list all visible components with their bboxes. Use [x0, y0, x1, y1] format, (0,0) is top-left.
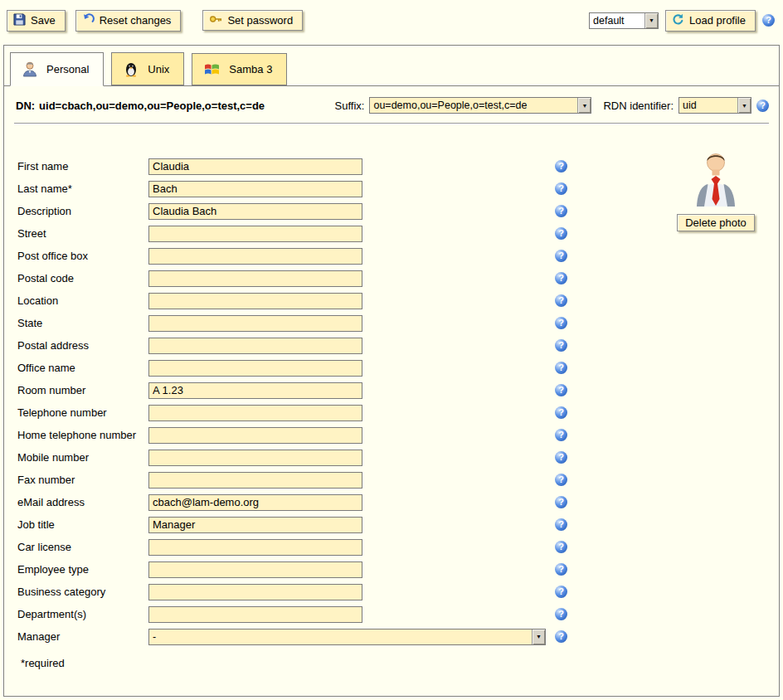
help-icon[interactable]: ?: [555, 227, 567, 240]
field-label: Last name*: [17, 182, 148, 195]
field-control: [148, 539, 555, 556]
field-select[interactable]: - ▼: [148, 629, 546, 645]
field-control: [148, 248, 555, 265]
help-icon[interactable]: ?: [555, 294, 567, 307]
tab-unix[interactable]: Unix: [111, 52, 184, 85]
floppy-icon: [13, 13, 26, 28]
reset-changes-button[interactable]: Reset changes: [75, 10, 182, 32]
help-icon[interactable]: ?: [555, 205, 567, 217]
help-icon[interactable]: ?: [555, 451, 567, 464]
field-label: Street: [17, 227, 148, 240]
field-control: [148, 561, 555, 578]
field-label: Home telephone number: [17, 429, 148, 441]
help-icon[interactable]: ?: [555, 160, 567, 173]
field-input[interactable]: [148, 427, 362, 444]
help-icon[interactable]: ?: [555, 182, 567, 195]
field-input[interactable]: [148, 539, 362, 556]
help-icon[interactable]: ?: [555, 608, 567, 620]
field-input[interactable]: [148, 517, 362, 533]
field-control: [148, 181, 555, 197]
field-input[interactable]: [148, 181, 362, 197]
profile-select[interactable]: default ▼: [589, 12, 659, 29]
form-row: Job title ?: [17, 516, 779, 533]
windows-icon: [203, 61, 221, 77]
form-row: Room number ?: [17, 382, 779, 399]
help-icon[interactable]: ?: [555, 586, 567, 598]
field-input[interactable]: [148, 203, 362, 220]
field-label: State: [17, 317, 148, 329]
delete-photo-button[interactable]: Delete photo: [677, 214, 755, 231]
field-label: First name: [17, 160, 148, 173]
field-control: [148, 315, 555, 332]
tab-personal[interactable]: Personal: [10, 52, 104, 86]
help-icon[interactable]: ?: [555, 317, 567, 329]
rdn-label: RDN identifier:: [603, 100, 674, 112]
undo-arrow-icon: [82, 13, 95, 28]
photo-panel: Delete photo: [664, 150, 767, 231]
help-icon[interactable]: ?: [555, 406, 567, 419]
tab-unix-label: Unix: [148, 63, 169, 75]
field-input[interactable]: [148, 450, 362, 466]
help-icon[interactable]: ?: [555, 362, 567, 374]
help-icon[interactable]: ?: [555, 496, 567, 508]
field-label: Postal address: [17, 339, 148, 352]
chevron-down-icon: ▼: [577, 98, 591, 113]
help-icon[interactable]: ?: [555, 429, 567, 441]
field-label: Location: [17, 294, 148, 307]
field-input[interactable]: [148, 338, 362, 354]
suffix-group: Suffix: ou=demo,ou=People,o=test,c=de ▼: [335, 97, 592, 114]
form-row: Department(s) ?: [17, 605, 779, 623]
reset-changes-label: Reset changes: [100, 14, 172, 27]
field-label: Fax number: [17, 474, 148, 486]
form-row: Manager - ▼ ?: [17, 628, 779, 645]
field-control: [148, 203, 555, 220]
dn-bar: DN: uid=cbach,ou=demo,ou=People,o=test,c…: [4, 86, 779, 121]
field-label: Postal code: [17, 272, 148, 284]
field-control: [148, 293, 555, 309]
field-label: Mobile number: [17, 451, 148, 464]
field-input[interactable]: [148, 584, 362, 600]
help-icon[interactable]: ?: [756, 100, 769, 112]
field-label: Room number: [17, 384, 148, 396]
form-row: Location ?: [17, 292, 779, 309]
field-input[interactable]: [148, 405, 362, 421]
help-icon[interactable]: ?: [555, 272, 567, 284]
rdn-select[interactable]: uid ▼: [678, 97, 751, 114]
help-icon[interactable]: ?: [555, 250, 567, 262]
field-input[interactable]: [148, 382, 362, 399]
field-input[interactable]: [148, 494, 362, 511]
suffix-select-value: ou=demo,ou=People,o=test,c=de: [370, 98, 577, 113]
help-icon[interactable]: ?: [555, 563, 567, 576]
field-input[interactable]: [148, 472, 362, 489]
field-input[interactable]: [148, 270, 362, 287]
suffix-select[interactable]: ou=demo,ou=People,o=test,c=de ▼: [369, 97, 591, 114]
field-label: Job title: [17, 518, 148, 531]
help-icon[interactable]: ?: [555, 474, 567, 486]
help-icon[interactable]: ?: [555, 518, 567, 531]
toolbar-right: default ▼ Load profile ?: [589, 10, 775, 32]
field-input[interactable]: [148, 226, 362, 242]
help-icon[interactable]: ?: [555, 630, 567, 643]
field-input[interactable]: [148, 293, 362, 309]
set-password-button[interactable]: Set password: [202, 10, 303, 31]
field-input[interactable]: [148, 315, 362, 332]
help-icon[interactable]: ?: [555, 339, 567, 352]
load-profile-button[interactable]: Load profile: [665, 10, 756, 32]
field-label: Business category: [17, 586, 148, 598]
field-input[interactable]: [148, 158, 362, 175]
field-input[interactable]: [148, 360, 362, 377]
help-icon[interactable]: ?: [555, 384, 567, 396]
tab-samba[interactable]: Samba 3: [192, 53, 287, 85]
field-input[interactable]: [148, 248, 362, 265]
help-icon[interactable]: ?: [762, 14, 775, 27]
field-control: [148, 450, 555, 466]
form-rows: First name ? Last name* ? Description ? …: [4, 124, 779, 645]
field-input[interactable]: [148, 561, 362, 578]
field-input[interactable]: [148, 606, 362, 623]
help-icon[interactable]: ?: [555, 541, 567, 553]
profile-select-value: default: [590, 13, 644, 28]
save-button[interactable]: Save: [7, 10, 66, 32]
field-control: [148, 584, 555, 600]
form-row: Home telephone number ?: [17, 426, 779, 444]
form-row: State ?: [17, 314, 779, 332]
